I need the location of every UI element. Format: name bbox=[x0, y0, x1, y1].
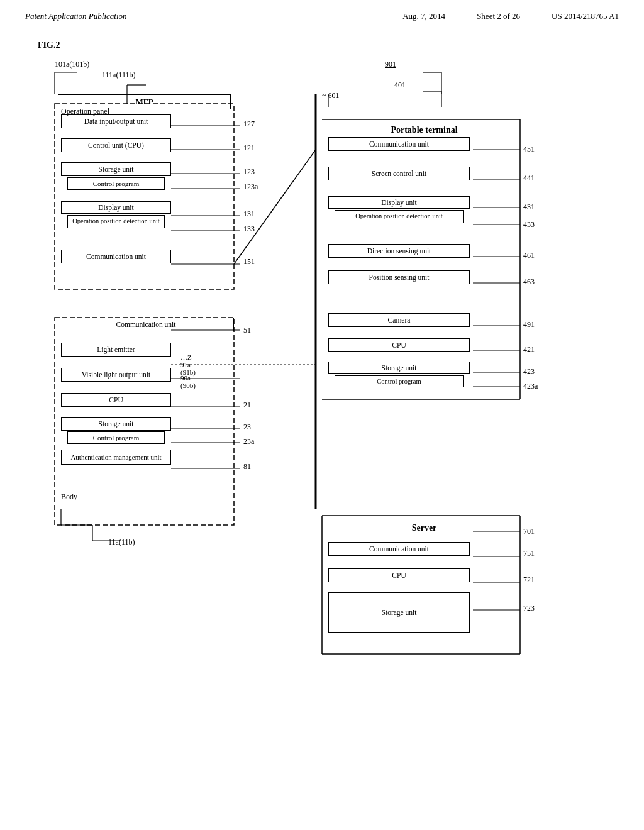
ref-723: 723 bbox=[523, 604, 535, 613]
ref-90a: 90a (90b) bbox=[180, 374, 196, 389]
portable-terminal-label: Portable terminal bbox=[335, 123, 514, 138]
server-cpu-box: CPU bbox=[328, 568, 470, 582]
server-storage-box: Storage unit bbox=[328, 592, 470, 633]
ref-133: 133 bbox=[243, 224, 255, 234]
storage-unit-box: Storage unit bbox=[61, 162, 171, 176]
control-program-body: Control program bbox=[67, 431, 165, 444]
ref-461: 461 bbox=[523, 251, 535, 260]
ref-91a: …Z 91a (91b) bbox=[180, 353, 196, 376]
ref-123: 123 bbox=[243, 167, 255, 177]
ref-11a: 11a(11b) bbox=[108, 538, 135, 547]
ref-451: 451 bbox=[523, 145, 535, 154]
publication-label: Patent Application Publication bbox=[25, 11, 127, 21]
ref-463: 463 bbox=[523, 277, 535, 287]
data-input-box: Data input/output unit bbox=[61, 114, 171, 128]
op-position-box-left: Operation position detection unit bbox=[67, 215, 165, 228]
ref-601: ~ 601 bbox=[322, 91, 340, 101]
page-header: Patent Application Publication Aug. 7, 2… bbox=[0, 0, 644, 28]
auth-mgmt-box: Authentication management unit bbox=[61, 450, 171, 465]
ref-123a: 123a bbox=[243, 182, 258, 192]
ref-421: 421 bbox=[523, 345, 535, 355]
control-program-box: Control program bbox=[67, 177, 165, 190]
cpu-box-right: CPU bbox=[328, 338, 470, 352]
position-sensing-box: Position sensing unit bbox=[328, 270, 470, 284]
ref-701: 701 bbox=[523, 527, 535, 536]
control-unit-box: Control unit (CPU) bbox=[61, 138, 171, 152]
visible-light-box: Visible light output unit bbox=[61, 368, 171, 382]
cpu-box-left: CPU bbox=[61, 393, 171, 407]
figure-label: FIG.2 bbox=[38, 40, 619, 50]
ref-721: 721 bbox=[523, 575, 535, 585]
ref-127: 127 bbox=[243, 119, 255, 129]
comm-unit-op-panel: Communication unit bbox=[61, 250, 171, 263]
control-program-right: Control program bbox=[335, 375, 464, 387]
body-label: Body bbox=[61, 492, 77, 502]
ref-423: 423 bbox=[523, 367, 535, 377]
screen-control-box: Screen control unit bbox=[328, 167, 470, 180]
comm-unit-right: Communication unit bbox=[328, 137, 470, 151]
ref-121: 121 bbox=[243, 143, 255, 153]
op-position-right: Operation position detection unit bbox=[335, 210, 464, 223]
ref-431: 431 bbox=[523, 202, 535, 212]
camera-box: Camera bbox=[328, 313, 470, 327]
ref-441: 441 bbox=[523, 174, 535, 183]
header-sheet: Sheet 2 of 26 bbox=[477, 11, 520, 21]
ref-433: 433 bbox=[523, 220, 535, 230]
header-right: Aug. 7, 2014 Sheet 2 of 26 US 2014/21876… bbox=[402, 11, 619, 21]
display-unit-right: Display unit bbox=[328, 196, 470, 209]
ref-423a: 423a bbox=[523, 382, 538, 391]
header-date: Aug. 7, 2014 bbox=[402, 11, 445, 21]
ref-23a: 23a bbox=[243, 437, 254, 446]
ref-131: 131 bbox=[243, 209, 255, 219]
ref-51: 51 bbox=[243, 326, 251, 335]
ref-23: 23 bbox=[243, 423, 251, 432]
diagram-area: FIG.2 bbox=[0, 28, 644, 761]
direction-sensing-box: Direction sensing unit bbox=[328, 244, 470, 258]
storage-unit-body: Storage unit bbox=[61, 417, 171, 431]
op-panel-ref-111: 111a(111b) bbox=[102, 70, 136, 80]
header-patent: US 2014/218765 A1 bbox=[552, 11, 619, 21]
server-comm-box: Communication unit bbox=[328, 542, 470, 556]
ref-901: 901 bbox=[385, 60, 396, 69]
ref-491: 491 bbox=[523, 320, 535, 329]
light-emitter-box: Light emitter bbox=[61, 343, 171, 357]
storage-unit-right: Storage unit bbox=[328, 362, 470, 374]
diagram-wrapper: 101a(101b) 111a(111b) 901 ~ 601 401 MFP … bbox=[45, 57, 611, 748]
comm-unit-body: Communication unit bbox=[58, 318, 234, 331]
ref-401: 401 bbox=[394, 80, 406, 90]
ref-151: 151 bbox=[243, 257, 255, 267]
ref-81: 81 bbox=[243, 462, 251, 472]
server-label: Server bbox=[335, 521, 514, 536]
mfp-ref-101: 101a(101b) bbox=[55, 60, 89, 69]
display-unit-box-left: Display unit bbox=[61, 201, 171, 214]
ref-21: 21 bbox=[243, 401, 251, 410]
ref-751: 751 bbox=[523, 549, 535, 558]
